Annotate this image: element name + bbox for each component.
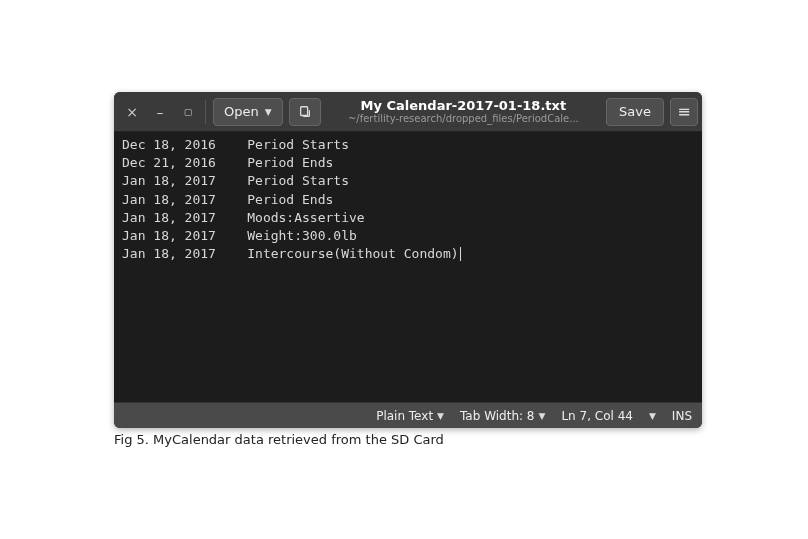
syntax-selector[interactable]: Plain Text ▼	[368, 409, 452, 423]
statusbar: Plain Text ▼ Tab Width: 8 ▼ Ln 7, Col 44…	[114, 402, 702, 428]
syntax-label: Plain Text	[376, 409, 433, 423]
figure-caption: Fig 5. MyCalendar data retrieved from th…	[114, 432, 444, 447]
window-subtitle: ~/fertility-research/dropped_files/Perio…	[327, 113, 600, 125]
chevron-down-icon: ▼	[437, 411, 444, 421]
tabwidth-selector[interactable]: Tab Width: 8 ▼	[452, 409, 553, 423]
gedit-window: × – ▢ Open ▼ My Calendar-2017-01-18.txt …	[114, 92, 702, 428]
open-button-label: Open	[224, 104, 259, 119]
tabwidth-label: Tab Width: 8	[460, 409, 534, 423]
hamburger-icon: ≡	[677, 102, 690, 121]
chevron-down-icon: ▼	[539, 411, 546, 421]
titlebar: × – ▢ Open ▼ My Calendar-2017-01-18.txt …	[114, 92, 702, 132]
editor-area[interactable]: Dec 18, 2016 Period Starts Dec 21, 2016 …	[114, 132, 702, 402]
open-button[interactable]: Open ▼	[213, 98, 283, 126]
insert-mode[interactable]: INS	[664, 409, 694, 423]
close-button[interactable]: ×	[118, 98, 146, 126]
hamburger-menu-button[interactable]: ≡	[670, 98, 698, 126]
separator	[205, 100, 206, 124]
overwrite-toggle[interactable]: ▼	[641, 411, 664, 421]
minimize-button[interactable]: –	[146, 98, 174, 126]
cursor-position: Ln 7, Col 44	[553, 409, 641, 423]
window-title: My Calendar-2017-01-18.txt	[327, 98, 600, 114]
chevron-down-icon: ▼	[649, 411, 656, 421]
chevron-down-icon: ▼	[265, 107, 272, 117]
cursor-position-label: Ln 7, Col 44	[561, 409, 633, 423]
save-button[interactable]: Save	[606, 98, 664, 126]
insert-mode-label: INS	[672, 409, 692, 423]
window-controls: × – ▢	[118, 98, 202, 126]
new-document-button[interactable]	[289, 98, 321, 126]
title-block: My Calendar-2017-01-18.txt ~/fertility-r…	[321, 98, 606, 126]
new-document-icon	[298, 105, 312, 119]
svg-rect-0	[300, 106, 307, 115]
save-button-label: Save	[619, 104, 651, 119]
maximize-button[interactable]: ▢	[174, 98, 202, 126]
